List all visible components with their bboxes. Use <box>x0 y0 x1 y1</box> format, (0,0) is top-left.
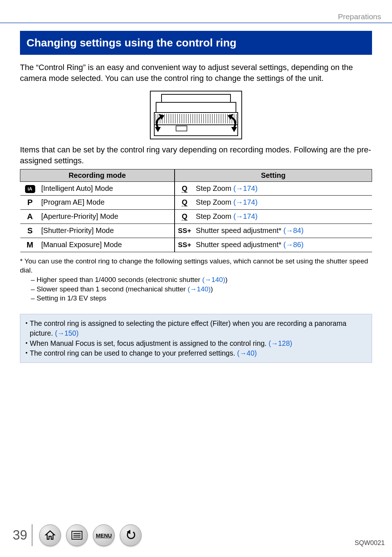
setting-text: Step Zoom (→174) <box>195 209 372 224</box>
contents-button[interactable] <box>66 524 88 546</box>
mode-glyph: A <box>20 209 40 224</box>
menu-button[interactable]: MENU <box>93 524 115 546</box>
mode-name: [Program AE] Mode <box>40 195 175 209</box>
shutter-speed-icon: SS+ <box>175 238 195 252</box>
mode-glyph: M <box>20 238 40 252</box>
setting-text: Step Zoom (→174) <box>195 181 372 195</box>
page-link[interactable]: (→128) <box>269 339 292 347</box>
header-mode: Recording mode <box>20 169 175 181</box>
info-box: ●The control ring is assigned to selecti… <box>20 314 372 363</box>
table-row: iA[Intelligent Auto] ModeQStep Zoom (→17… <box>20 181 372 195</box>
svg-marker-43 <box>155 127 161 132</box>
doc-id: SQW0021 <box>355 539 385 547</box>
page-link[interactable]: (→150) <box>55 329 78 337</box>
info-item: ●The control ring is assigned to selecti… <box>25 319 367 339</box>
mode-glyph: iA <box>20 181 40 195</box>
breadcrumb: Preparations <box>338 12 381 21</box>
mode-name: [Manual Exposure] Mode <box>40 238 175 252</box>
intro-text: The “Control Ring” is an easy and conven… <box>20 62 372 83</box>
table-row: S[Shutter-Priority] ModeSS+Shutter speed… <box>20 224 372 238</box>
svg-rect-0 <box>162 94 230 102</box>
setting-text: Shutter speed adjustment* (→86) <box>195 238 372 252</box>
mode-glyph: S <box>20 224 40 238</box>
page-link[interactable]: (→140) <box>202 276 225 283</box>
mode-name: [Shutter-Priority] Mode <box>40 224 175 238</box>
zoom-icon: Q <box>175 195 195 209</box>
page-title: Changing settings using the control ring <box>20 31 372 55</box>
page-link[interactable]: (→174) <box>233 198 258 206</box>
footnote: * You can use the control ring to change… <box>20 257 372 303</box>
mode-name: [Aperture-Priority] Mode <box>40 209 175 224</box>
page-link[interactable]: (→174) <box>233 212 258 220</box>
table-row: M[Manual Exposure] ModeSS+Shutter speed … <box>20 238 372 252</box>
page-link[interactable]: (→84) <box>283 226 304 234</box>
mode-glyph: P <box>20 195 40 209</box>
info-item: ●When Manual Focus is set, focus adjustm… <box>25 339 367 348</box>
zoom-icon: Q <box>175 209 195 224</box>
footer-divider <box>32 524 33 546</box>
setting-text: Shutter speed adjustment* (→84) <box>195 224 372 238</box>
contents-icon <box>71 531 83 540</box>
mode-name: [Intelligent Auto] Mode <box>40 181 175 195</box>
bullet-icon: ● <box>25 350 28 358</box>
info-item: ●The control ring can be used to change … <box>25 348 367 358</box>
page-link[interactable]: (→40) <box>237 349 257 357</box>
page-link[interactable]: (→174) <box>233 184 258 192</box>
sub-text: Items that can be set by the control rin… <box>20 144 372 166</box>
page-number: 39 <box>13 528 27 543</box>
svg-rect-1 <box>156 102 236 112</box>
bullet-icon: ● <box>25 340 28 348</box>
page-link[interactable]: (→86) <box>283 241 304 249</box>
table-row: P[Program AE] ModeQStep Zoom (→174) <box>20 195 372 209</box>
home-icon <box>45 530 56 541</box>
page-link[interactable]: (→140) <box>188 285 211 293</box>
header-setting: Setting <box>175 169 372 181</box>
home-button[interactable] <box>39 524 61 546</box>
footnote-lead: * You can use the control ring to change… <box>20 257 372 275</box>
modes-table: Recording mode Setting iA[Intelligent Au… <box>20 169 372 252</box>
footnote-item: – Setting in 1/3 EV steps <box>31 294 372 303</box>
back-button[interactable] <box>120 524 142 546</box>
shutter-speed-icon: SS+ <box>175 224 195 238</box>
bullet-icon: ● <box>25 320 28 339</box>
table-row: A[Aperture-Priority] ModeQStep Zoom (→17… <box>20 209 372 224</box>
svg-rect-42 <box>176 126 187 131</box>
svg-rect-41 <box>154 125 238 136</box>
setting-text: Step Zoom (→174) <box>195 195 372 209</box>
footnote-item: – Higher speed than 1/4000 seconds (elec… <box>31 275 372 284</box>
footnote-item: – Slower speed than 1 second (mechanical… <box>31 284 372 294</box>
menu-icon: MENU <box>96 532 112 538</box>
back-icon <box>125 530 136 541</box>
control-ring-illustration <box>150 91 242 139</box>
svg-marker-45 <box>231 127 237 132</box>
zoom-icon: Q <box>175 181 195 195</box>
